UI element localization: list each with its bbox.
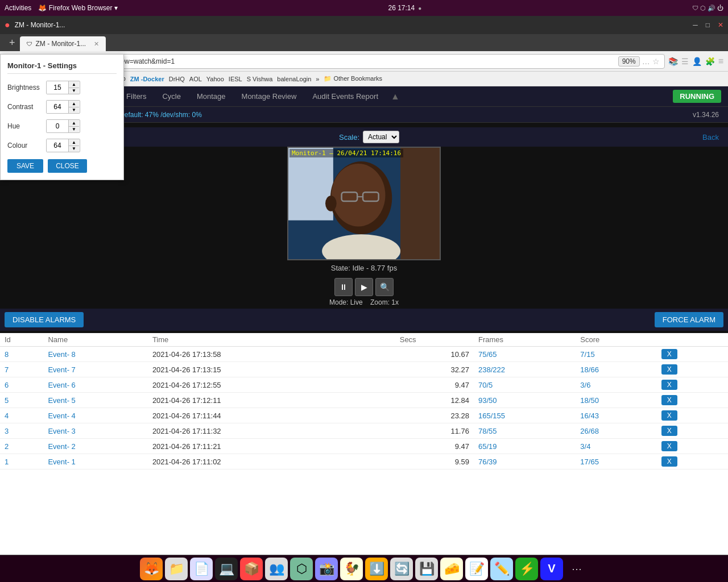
active-tab[interactable]: 🛡 ZM - Monitor-1... ✕ (20, 36, 106, 51)
profile-icon[interactable]: 👤 (692, 57, 702, 66)
event-id[interactable]: 8 (0, 347, 43, 362)
url-bar[interactable]: 🔒 localhost:8080/zm/?view=watch&mid=1 90… (40, 54, 665, 69)
dock-files[interactable]: 📁 (165, 558, 188, 580)
tab-new-button[interactable]: + (5, 37, 20, 49)
nav-audit[interactable]: Audit Events Report (304, 86, 386, 107)
event-name[interactable]: Event- 4 (43, 408, 147, 423)
dock-screenshot[interactable]: 📸 (315, 558, 338, 580)
event-delete[interactable]: X (657, 362, 728, 377)
scale-select[interactable]: Actual 50% 75% 100% (363, 131, 399, 143)
more-options-icon[interactable]: … (642, 57, 650, 66)
hamburger-icon[interactable]: ≡ (718, 56, 723, 66)
event-name[interactable]: Event- 7 (43, 362, 147, 377)
nav-montage-review[interactable]: Montage Review (234, 86, 305, 107)
force-alarm-button[interactable]: FORCE ALARM (655, 312, 723, 327)
dock-users[interactable]: 👥 (265, 558, 288, 580)
event-name[interactable]: Event- 3 (43, 423, 147, 439)
dock-vm[interactable]: ⬡ (290, 558, 313, 580)
brightness-input[interactable] (47, 81, 68, 94)
nav-collapse-icon[interactable]: ▲ (391, 92, 400, 102)
dock-writer[interactable]: 📄 (190, 558, 213, 580)
event-delete[interactable]: X (657, 347, 728, 362)
event-frames[interactable]: 93/50 (474, 393, 576, 408)
dock-disks[interactable]: 💾 (415, 558, 438, 580)
brightness-down[interactable]: ▼ (69, 88, 79, 94)
brightness-up[interactable]: ▲ (69, 81, 79, 88)
activities-label[interactable]: Activities (5, 4, 31, 12)
nav-cycle[interactable]: Cycle (154, 86, 189, 107)
dock-appgrid[interactable]: ⋯ (565, 558, 588, 580)
event-id[interactable]: 6 (0, 377, 43, 393)
nav-montage[interactable]: Montage (189, 86, 234, 107)
bookmark-aol[interactable]: AOL (189, 76, 202, 82)
event-delete[interactable]: X (657, 439, 728, 454)
dock-appstore[interactable]: 📦 (240, 558, 263, 580)
dock-updater[interactable]: 🔄 (390, 558, 413, 580)
maximize-icon[interactable]: □ (706, 21, 710, 29)
event-score[interactable]: 17/65 (576, 454, 656, 469)
dock-firefox[interactable]: 🦊 (140, 558, 163, 580)
event-name[interactable]: Event- 1 (43, 454, 147, 469)
minimize-icon[interactable]: ─ (693, 21, 698, 29)
event-id[interactable]: 4 (0, 408, 43, 423)
reader-icon[interactable]: ☰ (681, 57, 689, 66)
colour-up[interactable]: ▲ (69, 139, 79, 146)
close-button[interactable]: CLOSE (48, 159, 87, 173)
colour-down[interactable]: ▼ (69, 146, 79, 152)
library-icon[interactable]: 📚 (668, 57, 678, 66)
event-delete[interactable]: X (657, 423, 728, 439)
dock-textedit[interactable]: 📝 (465, 558, 488, 580)
event-delete[interactable]: X (657, 454, 728, 469)
contrast-down[interactable]: ▼ (69, 107, 79, 113)
bookmark-zmdocker[interactable]: ZM -Docker (130, 76, 164, 82)
event-frames[interactable]: 76/39 (474, 454, 576, 469)
bookmark-more[interactable]: » (316, 76, 319, 82)
event-id[interactable]: 7 (0, 362, 43, 377)
event-name[interactable]: Event- 8 (43, 347, 147, 362)
event-frames[interactable]: 75/65 (474, 347, 576, 362)
event-frames[interactable]: 65/19 (474, 439, 576, 454)
bookmark-star-icon[interactable]: ☆ (652, 57, 660, 66)
bookmark-yahoo[interactable]: Yahoo (206, 76, 224, 82)
event-name[interactable]: Event- 2 (43, 439, 147, 454)
close-icon[interactable]: ● (5, 20, 10, 30)
close-window-icon[interactable]: ✕ (718, 21, 723, 29)
back-link[interactable]: Back (702, 133, 719, 142)
zoom-button[interactable]: 🔍 (375, 278, 394, 296)
event-id[interactable]: 5 (0, 393, 43, 408)
dock-downloader[interactable]: ⬇️ (365, 558, 388, 580)
event-frames[interactable]: 238/222 (474, 362, 576, 377)
event-score[interactable]: 16/43 (576, 408, 656, 423)
zoom-badge[interactable]: 90% (618, 56, 640, 66)
bookmark-other[interactable]: 📁 Other Bookmarks (324, 75, 382, 82)
dock-editor[interactable]: ✏️ (490, 558, 513, 580)
event-score[interactable]: 7/15 (576, 347, 656, 362)
event-name[interactable]: Event- 6 (43, 377, 147, 393)
hue-input[interactable] (47, 120, 68, 132)
play-button[interactable]: ▶ (355, 278, 373, 296)
event-id[interactable]: 3 (0, 423, 43, 439)
event-delete[interactable]: X (657, 408, 728, 423)
dock-v[interactable]: V (540, 558, 563, 580)
event-delete[interactable]: X (657, 393, 728, 408)
bookmark-balena[interactable]: balenaLogin (277, 76, 311, 82)
event-frames[interactable]: 165/155 (474, 408, 576, 423)
colour-input[interactable] (47, 139, 68, 152)
event-score[interactable]: 3/4 (576, 439, 656, 454)
bookmark-svishwa[interactable]: S Vishwa (247, 76, 273, 82)
hue-up[interactable]: ▲ (69, 120, 79, 126)
dock-terminal[interactable]: 💻 (215, 558, 238, 580)
dock-chicken[interactable]: 🐓 (340, 558, 363, 580)
pause-button[interactable]: ⏸ (334, 278, 353, 296)
event-score[interactable]: 26/68 (576, 423, 656, 439)
contrast-input[interactable] (47, 101, 68, 113)
event-id[interactable]: 1 (0, 454, 43, 469)
dock-cheese[interactable]: 🧀 (440, 558, 463, 580)
dock-flasher[interactable]: ⚡ (515, 558, 538, 580)
bookmark-iesl[interactable]: IESL (229, 76, 242, 82)
event-frames[interactable]: 78/55 (474, 423, 576, 439)
hue-down[interactable]: ▼ (69, 126, 79, 132)
extensions-icon[interactable]: 🧩 (705, 57, 715, 66)
event-id[interactable]: 2 (0, 439, 43, 454)
bookmark-drhq[interactable]: DrHQ (169, 76, 185, 82)
